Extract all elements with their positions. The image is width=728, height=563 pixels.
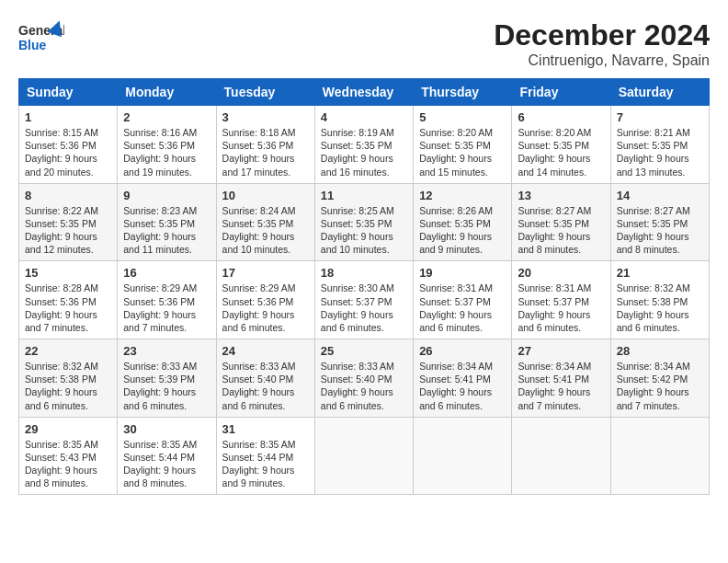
day-info: Sunrise: 8:30 AM Sunset: 5:37 PM Dayligh… (321, 282, 407, 334)
daylight-label: Daylight: 9 hours and 15 minutes. (419, 153, 492, 177)
day-info: Sunrise: 8:29 AM Sunset: 5:36 PM Dayligh… (123, 282, 210, 334)
sunrise-label: Sunrise: 8:27 AM (518, 205, 591, 216)
logo-icon: General Blue (18, 18, 64, 55)
calendar-cell: 26 Sunrise: 8:34 AM Sunset: 5:41 PM Dayl… (414, 339, 512, 418)
sunset-label: Sunset: 5:35 PM (321, 218, 392, 229)
day-number: 3 (222, 110, 309, 124)
title-block: December 2024 Cintruenigo, Navarre, Spai… (494, 18, 710, 69)
sunrise-label: Sunrise: 8:16 AM (123, 127, 197, 138)
day-number: 10 (222, 189, 309, 202)
day-info: Sunrise: 8:25 AM Sunset: 5:35 PM Dayligh… (321, 204, 407, 257)
sunset-label: Sunset: 5:35 PM (222, 218, 294, 229)
sunrise-label: Sunrise: 8:32 AM (25, 361, 98, 372)
sunset-label: Sunset: 5:44 PM (123, 452, 195, 463)
calendar-cell (512, 417, 610, 495)
day-number: 13 (518, 189, 604, 202)
sunset-label: Sunset: 5:35 PM (518, 140, 589, 151)
day-number: 29 (25, 422, 111, 436)
daylight-label: Daylight: 9 hours and 6 minutes. (25, 386, 97, 410)
day-info: Sunrise: 8:32 AM Sunset: 5:38 PM Dayligh… (25, 360, 111, 412)
sunrise-label: Sunrise: 8:30 AM (321, 282, 394, 293)
sunrise-label: Sunrise: 8:24 AM (222, 205, 296, 216)
sunset-label: Sunset: 5:35 PM (25, 218, 97, 229)
daylight-label: Daylight: 9 hours and 6 minutes. (222, 386, 295, 410)
daylight-label: Daylight: 9 hours and 6 minutes. (321, 309, 393, 333)
day-info: Sunrise: 8:27 AM Sunset: 5:35 PM Dayligh… (518, 204, 604, 257)
daylight-label: Daylight: 9 hours and 6 minutes. (222, 309, 295, 333)
calendar-cell: 16 Sunrise: 8:29 AM Sunset: 5:36 PM Dayl… (118, 261, 216, 339)
calendar-cell: 30 Sunrise: 8:35 AM Sunset: 5:44 PM Dayl… (118, 417, 216, 495)
day-number: 28 (617, 344, 703, 358)
daylight-label: Daylight: 9 hours and 10 minutes. (321, 231, 393, 255)
sunrise-label: Sunrise: 8:28 AM (25, 282, 98, 293)
daylight-label: Daylight: 9 hours and 17 minutes. (222, 153, 295, 177)
day-header-friday: Friday (512, 79, 610, 106)
sunset-label: Sunset: 5:42 PM (617, 373, 688, 385)
calendar-cell: 8 Sunrise: 8:22 AM Sunset: 5:35 PM Dayli… (19, 183, 118, 261)
sunrise-label: Sunrise: 8:35 AM (25, 439, 98, 450)
sunrise-label: Sunrise: 8:34 AM (419, 361, 493, 372)
sunrise-label: Sunrise: 8:18 AM (222, 127, 296, 138)
day-info: Sunrise: 8:20 AM Sunset: 5:35 PM Dayligh… (518, 126, 604, 178)
day-header-tuesday: Tuesday (216, 79, 314, 106)
calendar-cell (610, 417, 709, 495)
sunset-label: Sunset: 5:41 PM (518, 373, 589, 385)
page-title: December 2024 (494, 18, 710, 52)
sunset-label: Sunset: 5:44 PM (222, 452, 294, 463)
logo: General Blue (18, 18, 64, 55)
calendar-cell: 25 Sunrise: 8:33 AM Sunset: 5:40 PM Dayl… (314, 339, 413, 418)
day-number: 11 (321, 189, 407, 202)
sunset-label: Sunset: 5:36 PM (222, 296, 294, 307)
page-header: General Blue December 2024 Cintruenigo, … (18, 18, 710, 69)
sunset-label: Sunset: 5:35 PM (617, 218, 688, 229)
calendar-cell: 28 Sunrise: 8:34 AM Sunset: 5:42 PM Dayl… (610, 339, 709, 418)
day-info: Sunrise: 8:28 AM Sunset: 5:36 PM Dayligh… (25, 282, 111, 334)
day-number: 15 (25, 266, 111, 280)
day-info: Sunrise: 8:31 AM Sunset: 5:37 PM Dayligh… (419, 282, 506, 334)
sunset-label: Sunset: 5:35 PM (518, 218, 589, 229)
sunrise-label: Sunrise: 8:34 AM (518, 361, 591, 372)
calendar-cell (314, 417, 413, 495)
calendar-cell: 4 Sunrise: 8:19 AM Sunset: 5:35 PM Dayli… (314, 106, 413, 184)
sunrise-label: Sunrise: 8:34 AM (617, 361, 690, 372)
day-info: Sunrise: 8:34 AM Sunset: 5:41 PM Dayligh… (419, 360, 506, 412)
calendar-cell: 17 Sunrise: 8:29 AM Sunset: 5:36 PM Dayl… (216, 261, 314, 339)
sunrise-label: Sunrise: 8:21 AM (617, 127, 690, 138)
sunrise-label: Sunrise: 8:20 AM (518, 127, 591, 138)
calendar-week-4: 22 Sunrise: 8:32 AM Sunset: 5:38 PM Dayl… (19, 339, 710, 418)
day-info: Sunrise: 8:32 AM Sunset: 5:38 PM Dayligh… (617, 282, 703, 334)
day-info: Sunrise: 8:35 AM Sunset: 5:44 PM Dayligh… (123, 438, 210, 490)
day-number: 12 (419, 189, 506, 202)
sunrise-label: Sunrise: 8:32 AM (617, 282, 690, 293)
day-number: 1 (25, 110, 111, 124)
sunset-label: Sunset: 5:35 PM (419, 218, 491, 229)
day-info: Sunrise: 8:21 AM Sunset: 5:35 PM Dayligh… (617, 126, 703, 178)
calendar-cell: 3 Sunrise: 8:18 AM Sunset: 5:36 PM Dayli… (216, 106, 314, 184)
page-subtitle: Cintruenigo, Navarre, Spain (494, 52, 710, 69)
daylight-label: Daylight: 9 hours and 19 minutes. (123, 153, 196, 177)
sunset-label: Sunset: 5:36 PM (25, 296, 97, 307)
daylight-label: Daylight: 9 hours and 20 minutes. (25, 153, 97, 177)
day-number: 26 (419, 344, 506, 358)
calendar-week-1: 1 Sunrise: 8:15 AM Sunset: 5:36 PM Dayli… (19, 106, 710, 184)
calendar-cell: 2 Sunrise: 8:16 AM Sunset: 5:36 PM Dayli… (118, 106, 216, 184)
day-number: 23 (123, 344, 210, 358)
day-header-sunday: Sunday (19, 79, 118, 106)
daylight-label: Daylight: 9 hours and 7 minutes. (123, 309, 196, 333)
calendar-cell: 19 Sunrise: 8:31 AM Sunset: 5:37 PM Dayl… (414, 261, 512, 339)
day-number: 31 (222, 422, 309, 436)
sunset-label: Sunset: 5:36 PM (123, 296, 195, 307)
sunset-label: Sunset: 5:35 PM (419, 140, 491, 151)
daylight-label: Daylight: 9 hours and 16 minutes. (321, 153, 393, 177)
svg-text:Blue: Blue (18, 38, 47, 52)
calendar-cell: 15 Sunrise: 8:28 AM Sunset: 5:36 PM Dayl… (19, 261, 118, 339)
sunset-label: Sunset: 5:37 PM (419, 296, 491, 307)
sunrise-label: Sunrise: 8:15 AM (25, 127, 98, 138)
sunset-label: Sunset: 5:37 PM (518, 296, 589, 307)
day-info: Sunrise: 8:20 AM Sunset: 5:35 PM Dayligh… (419, 126, 506, 178)
daylight-label: Daylight: 9 hours and 7 minutes. (25, 309, 97, 333)
day-info: Sunrise: 8:35 AM Sunset: 5:44 PM Dayligh… (222, 438, 309, 490)
daylight-label: Daylight: 9 hours and 10 minutes. (222, 231, 295, 255)
day-number: 16 (123, 266, 210, 280)
daylight-label: Daylight: 9 hours and 6 minutes. (123, 386, 196, 410)
